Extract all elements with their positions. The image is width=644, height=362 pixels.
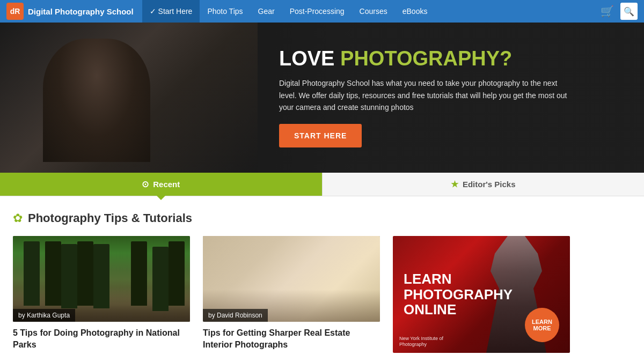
cart-icon[interactable]: 🛒 [596, 5, 618, 18]
nav-start-here[interactable]: ✓ Start Here [142, 0, 200, 23]
star-icon: ★ [451, 179, 458, 189]
start-here-button[interactable]: START HERE [279, 124, 362, 147]
hero-title-green: PHOTOGRAPHY? [340, 47, 512, 70]
card-real-estate: by David Robinson Tips for Getting Sharp… [203, 236, 380, 353]
brand-logo-link[interactable]: dR Digital Photography School [6, 3, 134, 20]
hero-section: LOVE PHOTOGRAPHY? Digital Photography Sc… [0, 23, 644, 173]
ad-logo: New York Institute of Photography [399, 336, 443, 348]
card-national-parks-image: by Karthika Gupta [13, 236, 190, 322]
nav-right: 🛒 🔍 [596, 3, 638, 20]
nav-courses[interactable]: Courses [352, 0, 395, 23]
card-title-national-parks[interactable]: 5 Tips for Doing Photography in National… [13, 327, 190, 351]
card-real-estate-image: by David Robinson [203, 236, 380, 322]
tab-editors-picks[interactable]: ★ Editor's Picks [322, 173, 645, 196]
card-title-real-estate[interactable]: Tips for Getting Sharper Real Estate Int… [203, 327, 380, 351]
ad-headline: LEARNPHOTOGRAPHYONLINE [404, 271, 513, 317]
hero-title: LOVE PHOTOGRAPHY? [279, 48, 569, 70]
nav-items: ✓ Start Here Photo Tips Gear Post-Proces… [142, 0, 596, 23]
ad-image[interactable]: LEARNPHOTOGRAPHYONLINE New York Institut… [393, 236, 570, 353]
tab-recent-label: Recent [153, 180, 180, 189]
hero-person-image [0, 23, 258, 173]
ad-logo-text-line1: New York Institute of [399, 336, 443, 342]
ad-learn-more-button[interactable]: LEARNMORE [525, 308, 559, 342]
ad-logo-text-line2: Photography [399, 342, 443, 348]
hero-description: Digital Photography School has what you … [279, 77, 569, 113]
clock-icon: ⊙ [142, 179, 149, 189]
section-icon: ✿ [13, 211, 23, 225]
ad-card: LEARNPHOTOGRAPHYONLINE New York Institut… [393, 236, 570, 353]
hero-content: LOVE PHOTOGRAPHY? Digital Photography Sc… [279, 48, 569, 148]
hero-title-white: LOVE [279, 47, 334, 70]
brand-logo: dR [6, 3, 24, 20]
nav-ebooks[interactable]: eBooks [395, 0, 435, 23]
card-national-parks: by Karthika Gupta 5 Tips for Doing Photo… [13, 236, 190, 353]
search-icon: 🔍 [624, 6, 634, 17]
card-author-real-estate: by David Robinson [203, 309, 268, 322]
brand-name: Digital Photography School [28, 7, 134, 16]
cards-row: by Karthika Gupta 5 Tips for Doing Photo… [13, 236, 631, 353]
card-author-national-parks: by Karthika Gupta [13, 309, 75, 322]
nav-gear[interactable]: Gear [251, 0, 282, 23]
tabs-bar: ⊙ Recent ★ Editor's Picks [0, 173, 644, 196]
tab-recent[interactable]: ⊙ Recent [0, 173, 322, 196]
section-header: ✿ Photography Tips & Tutorials [13, 211, 631, 225]
nav-photo-tips[interactable]: Photo Tips [200, 0, 250, 23]
tab-editors-label: Editor's Picks [463, 180, 516, 189]
main-content: ✿ Photography Tips & Tutorials by Karthi… [0, 196, 644, 362]
section-title: Photography Tips & Tutorials [28, 211, 192, 225]
nav-post-processing[interactable]: Post-Processing [282, 0, 352, 23]
navbar: dR Digital Photography School ✓ Start He… [0, 0, 644, 23]
search-button[interactable]: 🔍 [620, 3, 638, 20]
